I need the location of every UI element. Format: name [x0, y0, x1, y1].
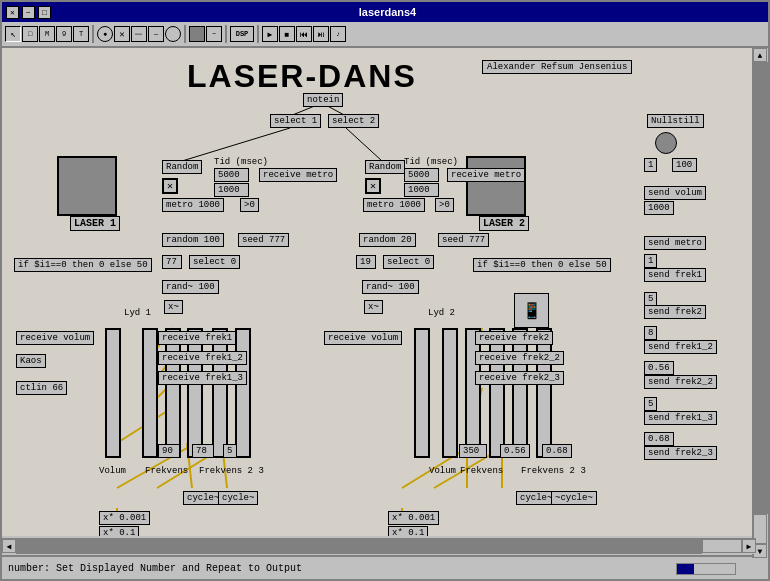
num19[interactable]: 19 — [356, 255, 376, 269]
recv-frek2-3[interactable]: receive frek2_3 — [475, 371, 564, 385]
tool-box[interactable]: □ — [22, 26, 38, 42]
rand1-obj[interactable]: rand~ 100 — [162, 280, 219, 294]
recv-metro1[interactable]: receive metro — [259, 168, 337, 182]
num1000-2[interactable]: 1000 — [404, 183, 439, 197]
recv-frek1-2[interactable]: receive frek1_2 — [158, 351, 247, 365]
tool-extra1[interactable]: ▶ — [262, 26, 278, 42]
mult1-2-obj[interactable]: x~ — [364, 300, 383, 314]
cycle1-2-obj[interactable]: cycle~ — [218, 491, 258, 505]
vslider10[interactable] — [489, 328, 505, 458]
select0-1[interactable]: select 0 — [189, 255, 240, 269]
send-frek1-3-obj[interactable]: send frek1_3 — [644, 411, 717, 425]
vslider4[interactable] — [165, 328, 181, 458]
tool-canvas[interactable] — [189, 26, 205, 42]
num8-frek1-2[interactable]: 8 — [644, 326, 657, 340]
random20-1[interactable]: random 20 — [359, 233, 416, 247]
vslider1[interactable] — [105, 328, 121, 458]
ifelse2-obj[interactable]: if $i1==0 then 0 else 50 — [473, 258, 611, 272]
select0-2[interactable]: select 0 — [383, 255, 434, 269]
send-frek1-2-obj[interactable]: send frek1_2 — [644, 340, 717, 354]
recv-metro2[interactable]: receive metro — [447, 168, 525, 182]
vslider12[interactable] — [536, 328, 552, 458]
tool-extra3[interactable]: ⏮ — [296, 26, 312, 42]
tool-midi[interactable]: ♪ — [330, 26, 346, 42]
tool-msg[interactable]: M — [39, 26, 55, 42]
scroll-right-btn[interactable]: ▶ — [742, 539, 756, 553]
num350-obj[interactable]: 350 — [459, 444, 487, 458]
ifelse1-obj[interactable]: if $i1==0 then 0 else 50 — [14, 258, 152, 272]
cycle2-2-obj[interactable]: ~cycle~ — [551, 491, 597, 505]
send-metro-obj[interactable]: send metro — [644, 236, 706, 250]
tool-bang[interactable]: ● — [97, 26, 113, 42]
vslider7[interactable] — [235, 328, 251, 458]
vslider9[interactable] — [465, 328, 481, 458]
notein-obj[interactable]: notein — [303, 93, 343, 107]
tool-arrow[interactable]: ↖ — [5, 26, 21, 42]
vslider8[interactable] — [442, 328, 458, 458]
seed777-2[interactable]: seed 777 — [438, 233, 489, 247]
tool-comment[interactable]: T — [73, 26, 89, 42]
recv-frek2-2[interactable]: receive frek2_2 — [475, 351, 564, 365]
metro1000-2[interactable]: metro 1000 — [363, 198, 425, 212]
tool-num[interactable]: 9 — [56, 26, 72, 42]
num1000-sv[interactable]: 1000 — [644, 201, 674, 215]
scrollbar-vertical[interactable]: ▲ ▼ — [752, 48, 768, 558]
random2-obj[interactable]: Random — [365, 160, 405, 174]
num100[interactable]: 100 — [672, 158, 697, 172]
num1000-1[interactable]: 1000 — [214, 183, 249, 197]
scrollbar-horizontal[interactable]: ◀ ▶ — [2, 538, 756, 554]
mult01-2-obj[interactable]: x* 0.1 — [388, 526, 428, 536]
tool-extra2[interactable]: ■ — [279, 26, 295, 42]
scroll-left-btn[interactable]: ◀ — [2, 539, 16, 553]
num5-frek1-3[interactable]: 5 — [644, 397, 657, 411]
num5-frek2[interactable]: 5 — [644, 292, 657, 306]
kaos-obj[interactable]: Kaos — [16, 354, 46, 368]
scroll-up-btn[interactable]: ▲ — [753, 48, 767, 62]
send-volum-obj[interactable]: send volum — [644, 186, 706, 200]
mult001-2-obj[interactable]: x* 0.001 — [388, 511, 439, 525]
num78-obj[interactable]: 78 — [192, 444, 214, 458]
random1-obj[interactable]: Random — [162, 160, 202, 174]
vslider5[interactable] — [187, 328, 203, 458]
tool-scope[interactable]: ~ — [206, 26, 222, 42]
toggle1-obj[interactable]: ✕ — [162, 178, 178, 194]
gt0-2[interactable]: >0 — [435, 198, 454, 212]
vslider6[interactable] — [212, 328, 228, 458]
recv-frek2[interactable]: receive frek2 — [475, 331, 553, 345]
num1-frek1[interactable]: 1 — [644, 254, 657, 268]
num056-obj[interactable]: 0.56 — [500, 444, 530, 458]
select1-obj[interactable]: select 1 — [270, 114, 321, 128]
rand2-obj[interactable]: rand~ 100 — [362, 280, 419, 294]
recv-frek1-3[interactable]: receive frek1_3 — [158, 371, 247, 385]
mult1-1-obj[interactable]: x~ — [164, 300, 183, 314]
tool-hslider[interactable]: — — [148, 26, 164, 42]
select2-obj[interactable]: select 2 — [328, 114, 379, 128]
tool-vslider[interactable]: | — [131, 26, 147, 42]
num068-obj[interactable]: 0.68 — [542, 444, 572, 458]
send-frek2-3-obj[interactable]: send frek2_3 — [644, 446, 717, 460]
send-frek1-obj[interactable]: send frek1 — [644, 268, 706, 282]
patch-canvas[interactable]: LASER-DANS Alexander Refsum Jensenius no… — [2, 48, 756, 536]
recv-volum1[interactable]: receive volum — [16, 331, 94, 345]
vslider2[interactable] — [414, 328, 430, 458]
send-frek2-2-obj[interactable]: send frek2_2 — [644, 375, 717, 389]
num056-send[interactable]: 0.56 — [644, 361, 674, 375]
seed777-1[interactable]: seed 777 — [238, 233, 289, 247]
close-btn[interactable]: ✕ — [6, 6, 19, 19]
tool-extra4[interactable]: ⏯ — [313, 26, 329, 42]
num068-send[interactable]: 0.68 — [644, 432, 674, 446]
mult001-1-obj[interactable]: x* 0.001 — [99, 511, 150, 525]
vslider11[interactable] — [512, 328, 528, 458]
num1-right[interactable]: 1 — [644, 158, 657, 172]
num5000-1[interactable]: 5000 — [214, 168, 249, 182]
num90-obj[interactable]: 90 — [158, 444, 180, 458]
max-btn[interactable]: □ — [38, 6, 51, 19]
tool-dsp-on[interactable]: DSP — [230, 26, 254, 42]
vslider3[interactable] — [142, 328, 158, 458]
recv-volum2[interactable]: receive volum — [324, 331, 402, 345]
tool-knob[interactable] — [165, 26, 181, 42]
tool-toggle[interactable]: ✕ — [114, 26, 130, 42]
num5000-2[interactable]: 5000 — [404, 168, 439, 182]
metro1000-1[interactable]: metro 1000 — [162, 198, 224, 212]
send-frek2-obj[interactable]: send frek2 — [644, 305, 706, 319]
